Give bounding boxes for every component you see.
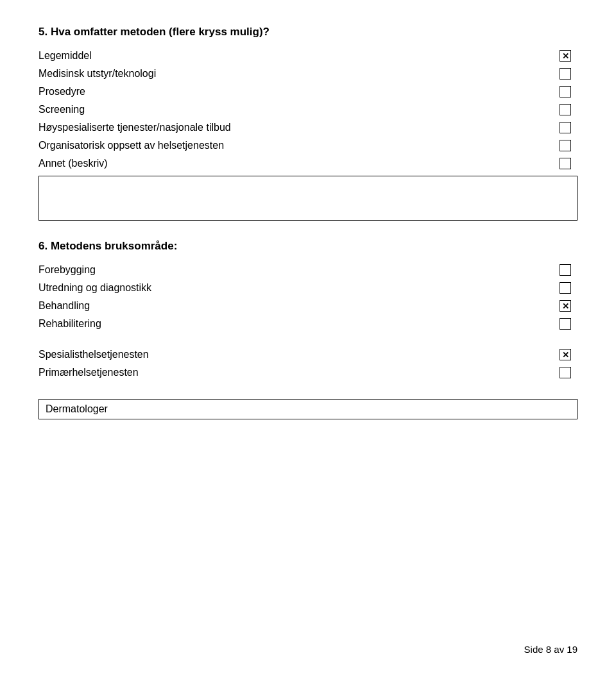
option-spesialist-row: Spesialisthelsetjenesten — [38, 349, 578, 360]
option-primaer-checkbox[interactable] — [560, 367, 571, 378]
option-legemiddel-checkbox[interactable] — [560, 50, 571, 62]
option-rehabilitering-row: Rehabilitering — [38, 318, 578, 330]
option-forebygging-label: Forebygging — [38, 264, 96, 276]
option-organisatorisk-checkbox[interactable] — [560, 140, 571, 151]
option-hoyspesialiserte-label: Høyspesialiserte tjenester/nasjonale til… — [38, 122, 231, 133]
spacer — [38, 336, 578, 349]
page-footer: Side 8 av 19 — [524, 644, 578, 655]
option-medisinsk-row: Medisinsk utstyr/teknologi — [38, 68, 578, 80]
option-behandling-row: Behandling — [38, 300, 578, 312]
option-primaer-row: Primærhelsetjenesten — [38, 367, 578, 378]
question-6-subgroup-1: Forebygging Utredning og diagnostikk Beh… — [38, 264, 578, 330]
option-primaer-label: Primærhelsetjenesten — [38, 367, 139, 378]
question-5: 5. Hva omfatter metoden (flere kryss mul… — [38, 26, 578, 221]
option-legemiddel-row: Legemiddel — [38, 50, 578, 62]
option-medisinsk-checkbox[interactable] — [560, 68, 571, 80]
option-spesialist-label: Spesialisthelsetjenesten — [38, 349, 149, 360]
option-organisatorisk-row: Organisatorisk oppsett av helsetjenesten — [38, 140, 578, 151]
option-forebygging-row: Forebygging — [38, 264, 578, 276]
option-annet-label: Annet (beskriv) — [38, 158, 108, 169]
option-utredning-row: Utredning og diagnostikk — [38, 282, 578, 294]
question-6-subgroup-2: Spesialisthelsetjenesten Primærhelsetjen… — [38, 349, 578, 378]
option-medisinsk-label: Medisinsk utstyr/teknologi — [38, 68, 156, 80]
option-rehabilitering-checkbox[interactable] — [560, 318, 571, 330]
option-annet-row: Annet (beskriv) — [38, 158, 578, 169]
option-utredning-checkbox[interactable] — [560, 282, 571, 294]
option-hoyspesialiserte-row: Høyspesialiserte tjenester/nasjonale til… — [38, 122, 578, 133]
question-6-heading: 6. Metodens bruksområde: — [38, 240, 578, 253]
option-legemiddel-label: Legemiddel — [38, 50, 92, 62]
question-6: 6. Metodens bruksområde: Forebygging Utr… — [38, 240, 578, 419]
option-behandling-label: Behandling — [38, 300, 90, 312]
option-organisatorisk-label: Organisatorisk oppsett av helsetjenesten — [38, 140, 224, 151]
option-behandling-checkbox[interactable] — [560, 300, 571, 312]
question-5-options: Legemiddel Medisinsk utstyr/teknologi Pr… — [38, 50, 578, 169]
option-screening-label: Screening — [38, 104, 85, 115]
option-utredning-label: Utredning og diagnostikk — [38, 282, 151, 294]
option-prosedyre-label: Prosedyre — [38, 86, 85, 97]
option-hoyspesialiserte-checkbox[interactable] — [560, 122, 571, 133]
question-5-heading: 5. Hva omfatter metoden (flere kryss mul… — [38, 26, 578, 38]
option-screening-checkbox[interactable] — [560, 104, 571, 115]
dermatologer-input[interactable] — [38, 399, 578, 419]
option-annet-checkbox[interactable] — [560, 158, 571, 169]
option-forebygging-checkbox[interactable] — [560, 264, 571, 276]
page-number: Side 8 av 19 — [524, 644, 578, 655]
option-prosedyre-checkbox[interactable] — [560, 86, 571, 97]
option-prosedyre-row: Prosedyre — [38, 86, 578, 97]
option-spesialist-checkbox[interactable] — [560, 349, 571, 360]
option-screening-row: Screening — [38, 104, 578, 115]
annet-textarea[interactable] — [38, 176, 578, 221]
option-rehabilitering-label: Rehabilitering — [38, 318, 101, 330]
